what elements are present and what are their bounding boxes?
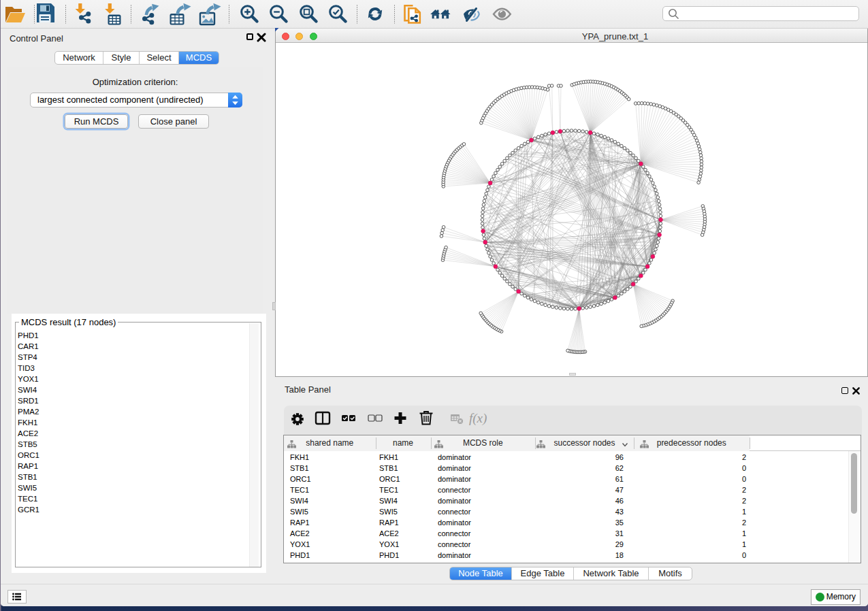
svg-text:f(x): f(x)	[469, 411, 487, 426]
